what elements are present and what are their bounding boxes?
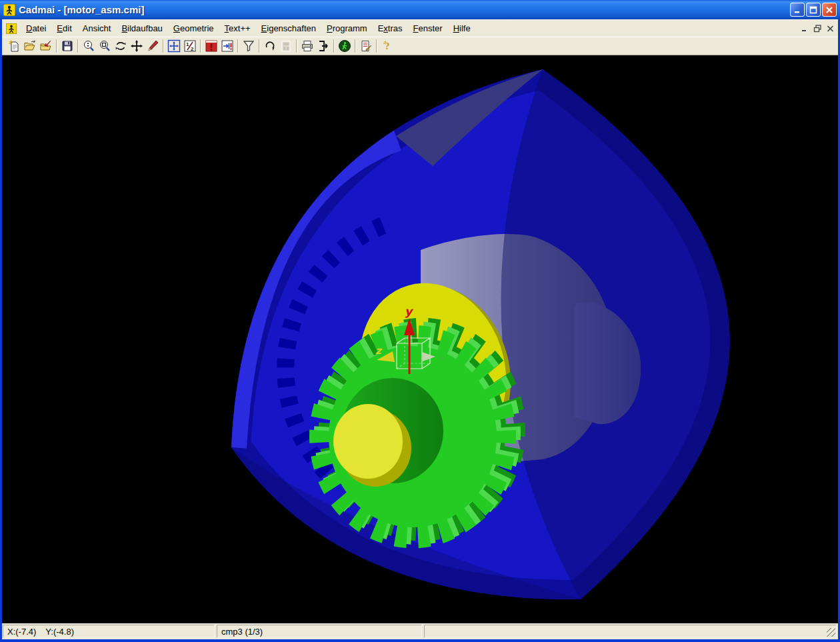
mdi-restore-icon [813,25,822,33]
import-file-button[interactable] [38,38,54,54]
open-file-button[interactable] [22,38,38,54]
refresh-icon [263,39,277,53]
mdi-close-button[interactable] [824,23,837,34]
zoom-fit-icon [167,39,181,53]
toolbar-separator [296,39,297,53]
rotate-view-button[interactable] [113,38,129,54]
mdi-close-icon [826,25,835,33]
minimize-button[interactable] [790,3,805,17]
toolbar-separator [200,39,201,53]
toolbar-separator [259,39,260,53]
close-button[interactable] [822,3,837,17]
menu-bildaufbau[interactable]: Bildaufbau [116,21,167,35]
printer-icon [301,39,314,53]
mdi-minimize-icon [801,25,809,33]
open-folder-icon [23,39,37,53]
run-program-button[interactable] [337,38,353,54]
menu-datei[interactable]: Datei [21,21,51,35]
export-button[interactable] [315,38,331,54]
menu-geometrie[interactable]: Geometrie [168,21,219,35]
zoom-dynamic-button[interactable] [81,38,97,54]
step-exclaim-icon [221,39,234,53]
filter-funnel-icon [242,39,255,53]
rotate-view-icon [114,39,127,53]
status-message-panel [424,625,837,638]
help-icon: ? [381,39,394,53]
clipboard-disabled-button[interactable] [278,38,294,54]
clipboard-disabled-icon [279,39,293,53]
status-coordinates-panel: X:(-7.4) Y:(-4.8) [3,625,215,638]
status-component-panel: cmp3 (1/3) [217,625,422,638]
mdi-minimize-button[interactable] [799,23,811,34]
export-icon [317,39,330,53]
redline-pen-button[interactable] [145,38,161,54]
app-window: Cadmai - [motor_asm.cmi] Datei Edit Ansi… [0,0,840,642]
svg-text:1: 1 [186,41,189,47]
help-button[interactable]: ? [379,38,395,54]
save-file-button[interactable] [59,38,75,54]
viewport-3d[interactable]: y z x [2,55,838,623]
import-folder-icon [39,39,53,53]
maximize-button[interactable] [806,3,821,17]
zoom-fit-button[interactable] [166,38,182,54]
menu-bar: Datei Edit Ansicht Bildaufbau Geometrie … [2,19,838,37]
new-document-button[interactable] [6,38,22,54]
title-bar: Cadmai - [motor_asm.cmi] [0,0,840,19]
svg-text:2: 2 [191,46,194,52]
toolbar-separator [355,39,356,53]
pan-view-icon [130,39,143,53]
menu-extras[interactable]: Extras [373,21,408,35]
save-floppy-icon [61,39,74,53]
maximize-icon [809,6,817,14]
menu-ansicht[interactable]: Ansicht [77,21,117,35]
resize-grip[interactable] [827,628,835,637]
zoom-dynamic-icon [82,39,95,53]
zoom-scale-half-button[interactable]: 1 2 [182,38,198,54]
status-x-coordinate: X:(-7.4) [7,627,36,637]
toolbar-separator [77,39,79,53]
abort-icon [205,39,218,53]
menu-hilfe[interactable]: Hilfe [448,21,476,35]
menu-fenster[interactable]: Fenster [408,21,448,35]
zoom-window-button[interactable] [97,38,113,54]
status-y-coordinate: Y:(-4.8) [45,627,74,637]
status-component: cmp3 (1/3) [221,627,263,637]
report-edit-button[interactable] [358,38,374,54]
toolbar-separator [163,39,164,53]
menu-eigenschaften[interactable]: Eigenschaften [256,21,321,35]
report-pen-icon [359,39,373,53]
toolbar: 1 2 [2,37,838,55]
toolbar-separator [376,39,377,53]
menu-programm[interactable]: Programm [321,21,373,35]
pan-view-button[interactable] [129,38,145,54]
window-title: Cadmai - [motor_asm.cmi] [19,4,789,15]
print-button[interactable] [299,38,315,54]
menu-edit[interactable]: Edit [51,21,77,35]
toolbar-separator [333,39,335,53]
pen-icon [146,39,159,53]
status-bar: X:(-7.4) Y:(-4.8) cmp3 (1/3) [2,623,838,639]
minimize-icon [793,6,801,14]
document-icon[interactable] [6,23,17,34]
toolbar-separator [56,39,57,53]
step-mode-button[interactable] [219,38,235,54]
filter-button[interactable] [241,38,257,54]
abort-button[interactable] [203,38,219,54]
window-bottom-border [0,639,840,642]
toolbar-separator [237,39,239,53]
new-document-icon [7,39,21,53]
mdi-restore-button[interactable] [811,23,824,34]
app-icon [3,4,15,16]
menu-text-plus-plus[interactable]: Text++ [219,21,256,35]
close-icon [825,6,833,14]
refresh-view-button[interactable] [262,38,278,54]
scale-half-icon: 1 2 [183,39,197,53]
walking-man-icon [338,39,351,53]
zoom-window-icon [98,39,111,53]
cad-scene: y z x [2,55,838,623]
